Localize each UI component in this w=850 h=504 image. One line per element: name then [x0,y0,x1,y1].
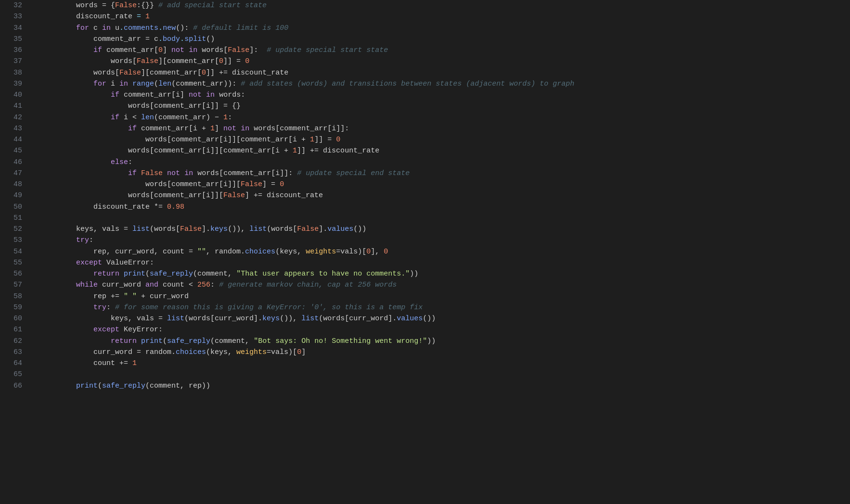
line-number: 63 [0,347,22,358]
token-plain: words[comment_arr[i]] = {} [128,102,241,110]
token-plain: i < [119,113,141,122]
token-num: 1 [210,125,215,133]
token-comment: # add special start state [158,1,267,10]
token-plain [41,147,128,155]
token-plain: u [111,24,119,32]
token-num: 0 [366,248,371,256]
token-punc: . [180,35,184,43]
token-method: choices [245,248,275,256]
token-plain: (keys, [206,348,236,356]
token-plain [41,359,93,367]
token-plain: words[comment_arr[i]]: [193,169,297,177]
token-punc: . [119,24,124,32]
line-number: 47 [0,168,22,179]
token-plain [41,13,76,21]
token-num: 1 [293,147,297,155]
line-number: 54 [0,246,22,257]
token-bool: False [180,225,202,233]
line-number: 48 [0,179,22,190]
code-line: try: # for some reason this is giving a … [41,302,850,313]
code-line [41,213,850,224]
token-kw: for [93,80,106,88]
token-plain [41,292,93,301]
token-plain: (comment, rep)) [145,382,210,390]
token-bool: False [119,69,141,77]
code-content: words = {False:{}} # add special start s… [30,0,850,504]
token-kw: in [241,125,249,133]
token-plain [202,91,206,99]
token-plain: ]] += discount_rate [206,69,288,77]
code-line: try: [41,235,850,246]
line-number: 50 [0,202,22,213]
token-plain: ] [163,46,171,54]
line-number: 46 [0,157,22,168]
token-builtin: range [132,80,154,88]
token-builtin: list [167,315,184,323]
token-plain [41,24,76,32]
token-str: "" [197,248,206,256]
token-plain: ()) [423,315,436,323]
code-line: print(safe_reply(comment, rep)) [41,380,850,391]
line-number: 39 [0,78,22,89]
token-num: 0 [245,57,249,65]
code-line: if i < len(comment_arr) − 1: [41,112,850,123]
token-plain [41,102,128,110]
line-number: 49 [0,190,22,201]
code-line: else: [41,157,850,168]
line-number: 38 [0,67,22,78]
token-kw: if [93,46,102,54]
token-method: values [397,315,423,323]
token-plain [128,80,132,88]
token-plain: ]: [249,46,267,54]
code-line: words[comment_arr[i]][False] = 0 [41,179,850,190]
token-plain [41,125,128,133]
token-plain [41,46,93,54]
token-plain: ValueError: [102,259,154,267]
token-plain: (comment_arr)): [171,80,241,88]
line-number: 37 [0,56,22,67]
token-plain [41,348,93,356]
line-number: 62 [0,336,22,347]
token-num: 1 [132,359,137,367]
token-plain: ]. [319,225,327,233]
token-plain [41,225,76,233]
token-plain: =vals)[ [267,348,297,356]
token-plain: comment_arr[i + [137,125,210,133]
token-plain [41,1,76,10]
token-plain [41,69,93,77]
token-plain [41,169,128,177]
token-plain [41,248,93,256]
token-param: weights [306,248,336,256]
token-plain: ( [145,270,150,278]
token-method: values [327,225,353,233]
token-kw: try [93,303,106,312]
token-bool: False [297,225,319,233]
token-plain: discount_rate [76,13,132,21]
token-plain [41,326,93,334]
code-line: discount_rate *= 0.98 [41,202,850,213]
token-plain: : [106,303,115,312]
token-plain: ( [163,337,167,345]
line-number: 58 [0,291,22,302]
line-number: 33 [0,11,22,22]
code-line: words[comment_arr[i]][comment_arr[i + 1]… [41,134,850,145]
token-plain: ( [154,80,158,88]
token-plain [41,382,76,390]
token-plain: ()), [280,315,301,323]
token-plain [180,169,184,177]
token-plain: rep += [93,292,124,301]
token-kw: if [111,91,119,99]
token-plain: (comment_arr) − [154,113,223,122]
token-bool: False [241,180,262,189]
line-number: 36 [0,45,22,56]
line-number: 35 [0,34,22,45]
line-number: 56 [0,268,22,279]
token-builtin: print [76,382,98,390]
token-plain [41,158,111,166]
line-number: 61 [0,324,22,335]
code-line: words = {False:{}} # add special start s… [41,0,850,11]
line-number: 66 [0,380,22,391]
line-number: 55 [0,257,22,268]
token-builtin: print [124,270,145,278]
code-line: discount_rate = 1 [41,11,850,22]
